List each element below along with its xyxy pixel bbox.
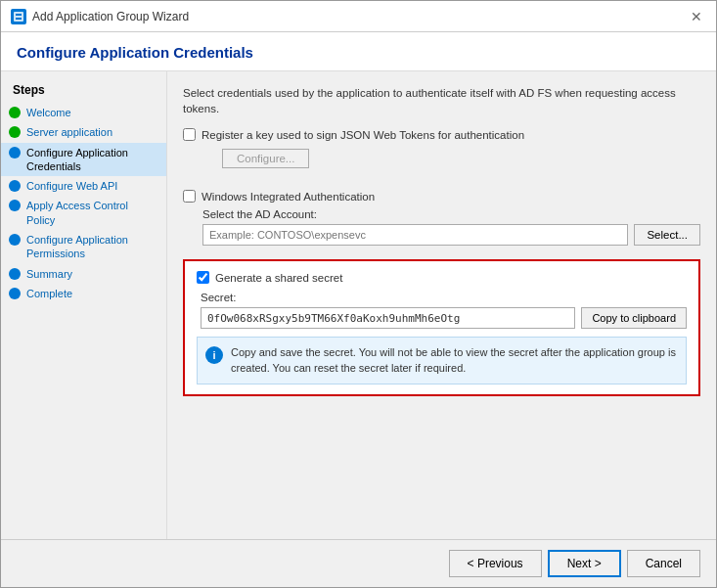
content-area: Steps Welcome Server application Configu… <box>1 71 716 539</box>
sidebar-item-complete[interactable]: Complete <box>1 284 166 303</box>
info-icon: i <box>205 346 223 364</box>
sidebar-item-label-summary: Summary <box>26 267 72 281</box>
sidebar-item-label-complete: Complete <box>26 287 72 300</box>
secret-value-input[interactable] <box>201 307 575 329</box>
ad-account-row: Select... <box>202 224 700 246</box>
register-key-row: Register a key used to sign JSON Web Tok… <box>183 128 700 141</box>
sidebar-item-label-access: Apply Access Control Policy <box>26 199 158 227</box>
sidebar-item-welcome[interactable]: Welcome <box>1 103 166 122</box>
step-dot-credentials <box>9 147 21 158</box>
sidebar-item-label-credentials: Configure Application Credentials <box>26 146 158 174</box>
next-button[interactable]: Next > <box>548 550 621 577</box>
generate-secret-checkbox[interactable] <box>197 271 209 284</box>
sidebar-item-label-welcome: Welcome <box>26 106 71 119</box>
close-button[interactable]: ✕ <box>687 9 706 24</box>
configure-button[interactable]: Configure... <box>222 149 309 168</box>
step-dot-server <box>9 126 21 138</box>
svg-rect-1 <box>16 14 22 16</box>
title-bar-left: Add Application Group Wizard <box>11 9 189 24</box>
main-content: Select credentials used by the applicati… <box>167 71 716 539</box>
generate-secret-row: Generate a shared secret <box>197 271 687 284</box>
secret-section: Generate a shared secret Secret: Copy to… <box>183 259 700 396</box>
info-box: i Copy and save the secret. You will not… <box>197 337 687 384</box>
select-account-button[interactable]: Select... <box>634 224 700 246</box>
sidebar-item-label-permissions: Configure Application Permissions <box>26 233 158 261</box>
windows-auth-label: Windows Integrated Authentication <box>202 191 375 203</box>
sidebar-title: Steps <box>1 81 166 103</box>
previous-button[interactable]: < Previous <box>449 550 542 577</box>
register-key-checkbox[interactable] <box>183 128 196 141</box>
step-dot-summary <box>9 268 21 280</box>
windows-auth-row: Windows Integrated Authentication <box>183 190 700 203</box>
step-dot-access <box>9 200 21 211</box>
step-dot-complete <box>9 288 21 299</box>
sidebar: Steps Welcome Server application Configu… <box>1 71 167 539</box>
sidebar-item-app-permissions[interactable]: Configure Application Permissions <box>1 230 166 264</box>
sidebar-item-server-application[interactable]: Server application <box>1 122 166 142</box>
title-bar-title: Add Application Group Wizard <box>32 10 189 23</box>
sidebar-item-access-control[interactable]: Apply Access Control Policy <box>1 196 166 230</box>
sidebar-item-web-api[interactable]: Configure Web API <box>1 176 166 196</box>
svg-rect-2 <box>16 18 22 20</box>
windows-auth-checkbox[interactable] <box>183 190 196 203</box>
generate-secret-label: Generate a shared secret <box>215 272 342 284</box>
cancel-button[interactable]: Cancel <box>627 550 700 577</box>
ad-account-input[interactable] <box>202 224 628 246</box>
register-key-label: Register a key used to sign JSON Web Tok… <box>202 129 524 141</box>
sidebar-item-summary[interactable]: Summary <box>1 264 166 284</box>
copy-to-clipboard-button[interactable]: Copy to clipboard <box>581 307 687 329</box>
secret-field-label: Secret: <box>201 292 687 303</box>
title-bar: Add Application Group Wizard ✕ <box>1 1 716 32</box>
intro-text: Select credentials used by the applicati… <box>183 85 700 116</box>
footer: < Previous Next > Cancel <box>1 539 716 587</box>
step-dot-permissions <box>9 234 21 246</box>
info-text: Copy and save the secret. You will not b… <box>231 345 678 376</box>
step-dot-webapi <box>9 180 21 192</box>
sidebar-item-label-webapi: Configure Web API <box>26 179 117 193</box>
svg-rect-0 <box>14 12 23 22</box>
secret-field-row: Copy to clipboard <box>201 307 687 329</box>
page-header: Configure Application Credentials <box>1 32 716 71</box>
sidebar-item-configure-credentials[interactable]: Configure Application Credentials <box>1 143 166 177</box>
page-title: Configure Application Credentials <box>17 44 700 61</box>
step-dot-welcome <box>9 107 21 118</box>
ad-account-label: Select the AD Account: <box>202 208 700 220</box>
app-icon <box>11 9 26 24</box>
sidebar-item-label-server: Server application <box>26 125 112 139</box>
dialog: Add Application Group Wizard ✕ Configure… <box>0 0 717 588</box>
